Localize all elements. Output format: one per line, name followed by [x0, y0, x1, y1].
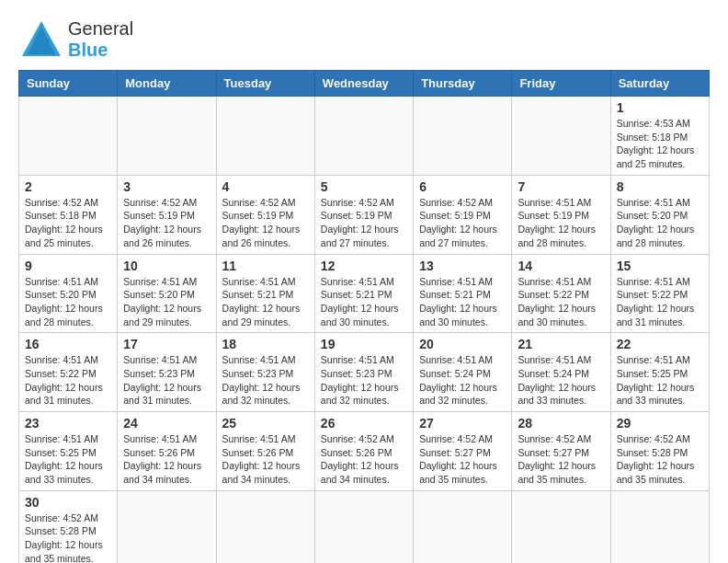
- day-info: Sunrise: 4:52 AM Sunset: 5:28 PM Dayligh…: [25, 511, 111, 563]
- logo-svg: [18, 19, 64, 60]
- day-number: 2: [25, 179, 111, 194]
- day-number: 19: [321, 337, 407, 351]
- calendar-body: 1Sunrise: 4:53 AM Sunset: 5:18 PM Daylig…: [19, 97, 710, 564]
- calendar-cell: [512, 490, 610, 563]
- day-info: Sunrise: 4:51 AM Sunset: 5:24 PM Dayligh…: [518, 353, 604, 408]
- calendar-cell: [216, 97, 314, 176]
- day-info: Sunrise: 4:51 AM Sunset: 5:22 PM Dayligh…: [25, 353, 111, 408]
- day-info: Sunrise: 4:51 AM Sunset: 5:19 PM Dayligh…: [518, 196, 604, 250]
- day-info: Sunrise: 4:52 AM Sunset: 5:19 PM Dayligh…: [222, 196, 309, 250]
- day-number: 13: [419, 259, 506, 273]
- day-number: 16: [25, 337, 111, 351]
- calendar-cell: [216, 490, 314, 563]
- calendar-cell: 13Sunrise: 4:51 AM Sunset: 5:21 PM Dayli…: [414, 254, 512, 333]
- day-info: Sunrise: 4:51 AM Sunset: 5:22 PM Dayligh…: [518, 275, 604, 329]
- day-number: 20: [419, 337, 506, 351]
- calendar-cell: 20Sunrise: 4:51 AM Sunset: 5:24 PM Dayli…: [414, 333, 512, 412]
- calendar-cell: 22Sunrise: 4:51 AM Sunset: 5:25 PM Dayli…: [610, 333, 709, 412]
- calendar-cell: 23Sunrise: 4:51 AM Sunset: 5:25 PM Dayli…: [19, 412, 118, 491]
- day-number: 24: [123, 416, 210, 431]
- calendar-header-wednesday: Wednesday: [314, 71, 413, 97]
- day-info: Sunrise: 4:51 AM Sunset: 5:26 PM Dayligh…: [123, 432, 210, 487]
- calendar-header-tuesday: Tuesday: [216, 71, 314, 97]
- calendar-cell: 6Sunrise: 4:52 AM Sunset: 5:19 PM Daylig…: [414, 175, 512, 254]
- calendar-cell: 30Sunrise: 4:52 AM Sunset: 5:28 PM Dayli…: [19, 490, 118, 563]
- calendar-cell: 3Sunrise: 4:52 AM Sunset: 5:19 PM Daylig…: [118, 175, 216, 254]
- day-number: 3: [123, 179, 210, 194]
- calendar-week-2: 9Sunrise: 4:51 AM Sunset: 5:20 PM Daylig…: [19, 254, 710, 333]
- calendar-cell: [512, 97, 610, 176]
- day-number: 25: [222, 416, 309, 431]
- calendar-cell: [414, 490, 512, 563]
- day-number: 22: [617, 337, 703, 351]
- calendar-week-3: 16Sunrise: 4:51 AM Sunset: 5:22 PM Dayli…: [19, 333, 710, 412]
- calendar-cell: 19Sunrise: 4:51 AM Sunset: 5:23 PM Dayli…: [314, 333, 413, 412]
- calendar-cell: 25Sunrise: 4:51 AM Sunset: 5:26 PM Dayli…: [216, 412, 314, 491]
- day-number: 28: [518, 416, 604, 431]
- day-number: 18: [222, 337, 309, 351]
- calendar-header-friday: Friday: [512, 71, 610, 97]
- calendar-cell: 18Sunrise: 4:51 AM Sunset: 5:23 PM Dayli…: [216, 333, 314, 412]
- calendar-week-4: 23Sunrise: 4:51 AM Sunset: 5:25 PM Dayli…: [19, 412, 710, 491]
- day-info: Sunrise: 4:51 AM Sunset: 5:23 PM Dayligh…: [222, 353, 309, 408]
- calendar-header-thursday: Thursday: [414, 71, 512, 97]
- day-number: 5: [321, 179, 407, 194]
- day-number: 15: [617, 259, 703, 273]
- day-number: 7: [518, 179, 604, 194]
- day-info: Sunrise: 4:52 AM Sunset: 5:18 PM Dayligh…: [25, 196, 111, 250]
- day-info: Sunrise: 4:51 AM Sunset: 5:21 PM Dayligh…: [419, 275, 506, 329]
- day-number: 27: [419, 416, 506, 431]
- calendar-cell: 11Sunrise: 4:51 AM Sunset: 5:21 PM Dayli…: [216, 254, 314, 333]
- day-number: 4: [222, 179, 309, 194]
- day-info: Sunrise: 4:52 AM Sunset: 5:27 PM Dayligh…: [518, 432, 604, 487]
- day-info: Sunrise: 4:51 AM Sunset: 5:21 PM Dayligh…: [321, 275, 407, 329]
- calendar-cell: 14Sunrise: 4:51 AM Sunset: 5:22 PM Dayli…: [512, 254, 610, 333]
- calendar-cell: [610, 490, 709, 563]
- calendar-cell: [19, 97, 118, 176]
- day-number: 26: [321, 416, 407, 431]
- calendar-cell: 21Sunrise: 4:51 AM Sunset: 5:24 PM Dayli…: [512, 333, 610, 412]
- calendar-header-sunday: Sunday: [19, 71, 118, 97]
- day-number: 1: [617, 100, 703, 115]
- day-number: 29: [617, 416, 703, 431]
- logo-general-text: General: [68, 18, 133, 39]
- calendar-cell: 9Sunrise: 4:51 AM Sunset: 5:20 PM Daylig…: [19, 254, 118, 333]
- day-number: 17: [123, 337, 210, 351]
- day-number: 30: [25, 495, 111, 510]
- calendar-header-row: SundayMondayTuesdayWednesdayThursdayFrid…: [19, 71, 710, 97]
- calendar-cell: [118, 490, 216, 563]
- calendar-header-monday: Monday: [118, 71, 216, 97]
- day-number: 21: [518, 337, 604, 351]
- day-info: Sunrise: 4:52 AM Sunset: 5:19 PM Dayligh…: [123, 196, 210, 250]
- day-number: 14: [518, 259, 604, 273]
- logo-blue-text: Blue: [68, 40, 108, 60]
- logo: General Blue: [18, 18, 133, 61]
- calendar-cell: 15Sunrise: 4:51 AM Sunset: 5:22 PM Dayli…: [610, 254, 709, 333]
- calendar-cell: 26Sunrise: 4:52 AM Sunset: 5:26 PM Dayli…: [314, 412, 413, 491]
- day-number: 23: [25, 416, 111, 431]
- day-info: Sunrise: 4:52 AM Sunset: 5:28 PM Dayligh…: [617, 432, 703, 487]
- calendar-cell: 8Sunrise: 4:51 AM Sunset: 5:20 PM Daylig…: [610, 175, 709, 254]
- calendar-cell: 27Sunrise: 4:52 AM Sunset: 5:27 PM Dayli…: [414, 412, 512, 491]
- page-header: General Blue: [18, 18, 710, 61]
- day-info: Sunrise: 4:51 AM Sunset: 5:20 PM Dayligh…: [123, 275, 210, 329]
- calendar-cell: 7Sunrise: 4:51 AM Sunset: 5:19 PM Daylig…: [512, 175, 610, 254]
- day-info: Sunrise: 4:51 AM Sunset: 5:24 PM Dayligh…: [419, 353, 506, 408]
- day-info: Sunrise: 4:51 AM Sunset: 5:25 PM Dayligh…: [617, 353, 703, 408]
- day-number: 8: [617, 179, 703, 194]
- calendar-cell: 29Sunrise: 4:52 AM Sunset: 5:28 PM Dayli…: [610, 412, 709, 491]
- day-info: Sunrise: 4:51 AM Sunset: 5:23 PM Dayligh…: [123, 353, 210, 408]
- day-info: Sunrise: 4:51 AM Sunset: 5:20 PM Dayligh…: [617, 196, 703, 250]
- calendar-week-5: 30Sunrise: 4:52 AM Sunset: 5:28 PM Dayli…: [19, 490, 710, 563]
- day-number: 12: [321, 259, 407, 273]
- day-info: Sunrise: 4:51 AM Sunset: 5:21 PM Dayligh…: [222, 275, 309, 329]
- calendar-cell: [314, 97, 413, 176]
- calendar-cell: 4Sunrise: 4:52 AM Sunset: 5:19 PM Daylig…: [216, 175, 314, 254]
- calendar-cell: [414, 97, 512, 176]
- day-info: Sunrise: 4:51 AM Sunset: 5:25 PM Dayligh…: [25, 432, 111, 487]
- day-number: 6: [419, 179, 506, 194]
- day-info: Sunrise: 4:52 AM Sunset: 5:19 PM Dayligh…: [321, 196, 407, 250]
- calendar-cell: 2Sunrise: 4:52 AM Sunset: 5:18 PM Daylig…: [19, 175, 118, 254]
- calendar-cell: 1Sunrise: 4:53 AM Sunset: 5:18 PM Daylig…: [610, 97, 709, 176]
- calendar-cell: [314, 490, 413, 563]
